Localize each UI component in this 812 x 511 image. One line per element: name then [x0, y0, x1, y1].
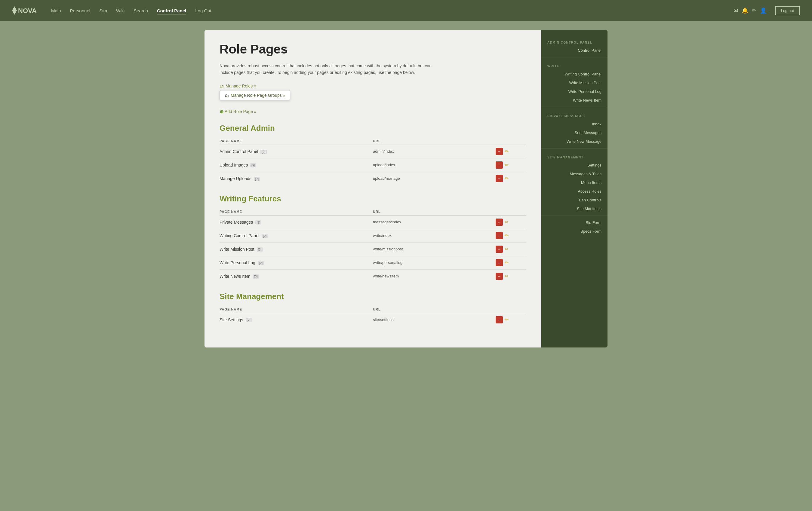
- actions-cell: − ✏: [496, 175, 526, 182]
- add-role-page-link[interactable]: ⊕ Add Role Page »: [220, 109, 526, 115]
- actions-cell: − ✏: [496, 316, 526, 324]
- person-icon[interactable]: 👤: [760, 7, 766, 14]
- delete-button[interactable]: −: [496, 246, 503, 253]
- help-badge[interactable]: [?]: [260, 150, 266, 154]
- col-url-header: URL: [373, 306, 496, 313]
- sidebar-item-sent-messages[interactable]: Sent Messages: [541, 128, 608, 137]
- page-name-cell: Admin Control Panel [?]: [220, 145, 373, 158]
- sidebar-item-access-roles[interactable]: Access Roles: [541, 187, 608, 196]
- page-url-cell: upload/index: [373, 158, 496, 172]
- sidebar-divider: [541, 148, 608, 149]
- sidebar-item-messages-titles[interactable]: Messages & Titles: [541, 170, 608, 178]
- edit-button[interactable]: ✏: [505, 149, 509, 154]
- site-management-table: PAGE NAME URL Site Settings [?] site/set…: [220, 306, 526, 326]
- edit-button[interactable]: ✏: [505, 246, 509, 252]
- sidebar-section-write: WRITE: [541, 60, 608, 70]
- action-links: 🗂 Manage Roles » 🗂 Manage Role Page Grou…: [220, 84, 526, 103]
- nav-control-panel[interactable]: Control Panel: [157, 8, 186, 14]
- top-navigation: NOVA Main Personnel Sim Wiki Search Cont…: [0, 0, 812, 21]
- nav-personnel[interactable]: Personnel: [70, 8, 90, 13]
- edit-button[interactable]: ✏: [505, 317, 509, 323]
- help-badge[interactable]: [?]: [246, 318, 252, 322]
- sidebar-item-bio-form[interactable]: Bio Form: [541, 218, 608, 227]
- edit-button[interactable]: ✏: [505, 260, 509, 265]
- delete-button[interactable]: −: [496, 273, 503, 280]
- help-badge[interactable]: [?]: [258, 261, 264, 265]
- add-icon: ⊕: [220, 109, 224, 115]
- page-name-cell: Manage Uploads [?]: [220, 172, 373, 185]
- help-badge[interactable]: [?]: [257, 247, 263, 251]
- table-row: Write News Item [?] write/newsitem − ✏: [220, 269, 526, 283]
- section-writing-features: Writing Features: [220, 194, 526, 204]
- sidebar-item-write-news-item[interactable]: Write News Item: [541, 96, 608, 104]
- nav-wiki[interactable]: Wiki: [116, 8, 124, 13]
- manage-role-page-groups-tooltip[interactable]: 🗂 Manage Role Page Groups »: [220, 90, 290, 100]
- delete-button[interactable]: −: [496, 316, 503, 324]
- nav-main[interactable]: Main: [51, 8, 61, 13]
- delete-button[interactable]: −: [496, 259, 503, 266]
- col-actions-header: [496, 208, 526, 215]
- col-url-header: URL: [373, 208, 496, 215]
- edit-button[interactable]: ✏: [505, 273, 509, 279]
- help-badge[interactable]: [?]: [262, 234, 268, 238]
- page-url-cell: site/settings: [373, 313, 496, 326]
- sidebar-item-writing-control-panel[interactable]: Writing Control Panel: [541, 70, 608, 79]
- bell-icon[interactable]: 🔔: [742, 7, 748, 14]
- col-actions-header: [496, 306, 526, 313]
- help-badge[interactable]: [?]: [253, 274, 259, 279]
- page-url-cell: write/personallog: [373, 256, 496, 269]
- envelope-icon[interactable]: ✉: [733, 7, 738, 14]
- section-general-admin: General Admin: [220, 124, 526, 133]
- edit-button[interactable]: ✏: [505, 219, 509, 225]
- actions-cell: − ✏: [496, 246, 526, 253]
- sidebar-section-private: PRIVATE MESSAGES: [541, 110, 608, 120]
- sidebar-divider: [541, 215, 608, 216]
- page-url-cell: upload/manage: [373, 172, 496, 185]
- svg-marker-0: [12, 6, 17, 15]
- sidebar-item-specs-form[interactable]: Specs Form: [541, 227, 608, 236]
- page-url-cell: write/missionpost: [373, 242, 496, 256]
- table-row: Admin Control Panel [?] admin/index − ✏: [220, 145, 526, 158]
- edit-icon[interactable]: ✏: [752, 7, 756, 14]
- table-row: Write Mission Post [?] write/missionpost…: [220, 242, 526, 256]
- table-row: Site Settings [?] site/settings − ✏: [220, 313, 526, 326]
- col-page-name-header: PAGE NAME: [220, 208, 373, 215]
- edit-button[interactable]: ✏: [505, 162, 509, 168]
- sidebar-item-menu-items[interactable]: Menu Items: [541, 178, 608, 187]
- sidebar-item-ban-controls[interactable]: Ban Controls: [541, 196, 608, 204]
- page-url-cell: admin/index: [373, 145, 496, 158]
- page-url-cell: messages/index: [373, 215, 496, 229]
- manage-roles-link[interactable]: 🗂 Manage Roles »: [220, 84, 526, 88]
- help-badge[interactable]: [?]: [250, 163, 256, 168]
- col-url-header: URL: [373, 138, 496, 145]
- sidebar-item-write-new-message[interactable]: Write New Message: [541, 137, 608, 146]
- page-name-cell: Write News Item [?]: [220, 269, 373, 283]
- sidebar-item-write-mission-post[interactable]: Write Mission Post: [541, 79, 608, 87]
- delete-button[interactable]: −: [496, 232, 503, 239]
- sidebar-item-control-panel[interactable]: Control Panel: [541, 46, 608, 55]
- edit-button[interactable]: ✏: [505, 233, 509, 238]
- sidebar-item-site-manifests[interactable]: Site Manifests: [541, 204, 608, 213]
- sidebar-item-settings[interactable]: Settings: [541, 161, 608, 170]
- page-name-cell: Write Personal Log [?]: [220, 256, 373, 269]
- table-row: Private Messages [?] messages/index − ✏: [220, 215, 526, 229]
- actions-cell: − ✏: [496, 218, 526, 226]
- col-page-name-header: PAGE NAME: [220, 306, 373, 313]
- nav-sim[interactable]: Sim: [99, 8, 107, 13]
- edit-button[interactable]: ✏: [505, 176, 509, 181]
- nav-icon-group: ✉ 🔔 ✏ 👤 Log out: [733, 6, 800, 15]
- logout-button[interactable]: Log out: [775, 6, 800, 15]
- nav-logout[interactable]: Log Out: [195, 8, 211, 13]
- site-logo[interactable]: NOVA: [12, 5, 39, 16]
- sidebar-item-inbox[interactable]: Inbox: [541, 120, 608, 128]
- sidebar-item-write-personal-log[interactable]: Write Personal Log: [541, 87, 608, 96]
- help-badge[interactable]: [?]: [255, 220, 261, 224]
- delete-button[interactable]: −: [496, 218, 503, 226]
- nav-links: Main Personnel Sim Wiki Search Control P…: [51, 8, 733, 13]
- delete-button[interactable]: −: [496, 148, 503, 155]
- actions-cell: − ✏: [496, 148, 526, 155]
- delete-button[interactable]: −: [496, 175, 503, 182]
- delete-button[interactable]: −: [496, 161, 503, 169]
- nav-search[interactable]: Search: [134, 8, 148, 13]
- help-badge[interactable]: [?]: [254, 177, 260, 181]
